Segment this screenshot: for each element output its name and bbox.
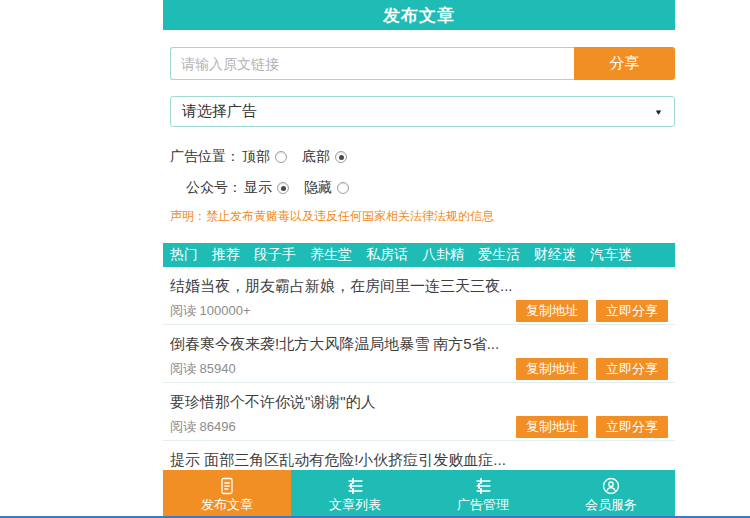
article-meta: 阅读 86496 复制地址 立即分享 [170, 416, 668, 438]
article-item: 结婚当夜，朋友霸占新娘，在房间里一连三天三夜... 阅读 100000+ 复制地… [163, 267, 675, 325]
sliders-icon [345, 476, 365, 496]
bottom-nav: 发布文章 文章列表 广告管理 [163, 470, 675, 516]
read-count: 阅读 85940 [170, 360, 236, 378]
user-icon [601, 476, 621, 496]
copy-url-button[interactable]: 复制地址 [516, 416, 588, 438]
radio-option-show[interactable]: 显示 [244, 179, 289, 197]
read-count: 阅读 86496 [170, 418, 236, 436]
category-tab-jokes[interactable]: 段子手 [254, 246, 296, 264]
nav-tab-label: 发布文章 [201, 498, 253, 512]
official-account-label: 公众号： [186, 179, 242, 197]
category-tab-finance[interactable]: 财经迷 [534, 246, 576, 264]
ad-position-label: 广告位置： [170, 148, 240, 166]
copy-url-button[interactable]: 复制地址 [516, 358, 588, 380]
app-container: 发布文章 分享 请选择广告 ▼ 广告位置： 顶部 底部 公众号： 显示 [163, 0, 675, 518]
article-title[interactable]: 提示 面部三角区乱动有危险!小伙挤痘引发败血症... [170, 452, 668, 468]
share-now-button[interactable]: 立即分享 [596, 358, 668, 380]
nav-tab-ad-management[interactable]: 广告管理 [419, 470, 547, 516]
radio-top[interactable] [275, 151, 287, 163]
category-bar: 热门 推荐 段子手 养生堂 私房话 八卦精 爱生活 财经迷 汽车迷 [163, 243, 675, 267]
link-input-row: 分享 [170, 47, 675, 80]
nav-tab-label: 广告管理 [457, 498, 509, 512]
share-button[interactable]: 分享 [574, 47, 675, 80]
document-icon [217, 476, 237, 496]
radio-option-bottom[interactable]: 底部 [302, 148, 347, 166]
nav-tab-label: 文章列表 [329, 498, 381, 512]
article-item: 倒春寒今夜来袭!北方大风降温局地暴雪 南方5省... 阅读 85940 复制地址… [163, 325, 675, 383]
chevron-down-icon: ▼ [654, 107, 663, 116]
nav-tab-member-services[interactable]: 会员服务 [547, 470, 675, 516]
ad-select-value: 请选择广告 [182, 102, 257, 121]
article-list: 结婚当夜，朋友霸占新娘，在房间里一连三天三夜... 阅读 100000+ 复制地… [163, 267, 675, 499]
read-count: 阅读 100000+ [170, 302, 251, 320]
radio-hide[interactable] [337, 182, 349, 194]
category-tab-recommend[interactable]: 推荐 [212, 246, 240, 264]
copy-url-button[interactable]: 复制地址 [516, 300, 588, 322]
article-title[interactable]: 倒春寒今夜来袭!北方大风降温局地暴雪 南方5省... [170, 336, 668, 352]
article-meta: 阅读 100000+ 复制地址 立即分享 [170, 300, 668, 322]
category-tab-private[interactable]: 私房话 [366, 246, 408, 264]
nav-tab-article-list[interactable]: 文章列表 [291, 470, 419, 516]
nav-tab-label: 会员服务 [585, 498, 637, 512]
page-title: 发布文章 [383, 4, 455, 27]
category-tab-health[interactable]: 养生堂 [310, 246, 352, 264]
nav-tab-publish-article[interactable]: 发布文章 [163, 470, 291, 516]
page: 发布文章 分享 请选择广告 ▼ 广告位置： 顶部 底部 公众号： 显示 [0, 0, 750, 518]
category-tab-hot[interactable]: 热门 [170, 246, 198, 264]
radio-option-hide[interactable]: 隐藏 [304, 179, 349, 197]
category-tab-gossip[interactable]: 八卦精 [422, 246, 464, 264]
radio-option-top[interactable]: 顶部 [242, 148, 287, 166]
sliders-icon [473, 476, 493, 496]
category-tab-auto[interactable]: 汽车迷 [590, 246, 632, 264]
official-account-radio-group: 公众号： 显示 隐藏 [186, 179, 675, 197]
article-meta: 阅读 85940 复制地址 立即分享 [170, 358, 668, 380]
article-title[interactable]: 要珍惜那个不许你说"谢谢"的人 [170, 394, 668, 410]
disclaimer-notice: 声明：禁止发布黄赌毒以及违反任何国家相关法律法规的信息 [170, 209, 668, 223]
ad-select[interactable]: 请选择广告 ▼ [170, 96, 675, 127]
category-tab-life[interactable]: 爱生活 [478, 246, 520, 264]
link-input[interactable] [170, 47, 574, 80]
share-now-button[interactable]: 立即分享 [596, 300, 668, 322]
share-now-button[interactable]: 立即分享 [596, 416, 668, 438]
ad-position-radio-group: 广告位置： 顶部 底部 [170, 148, 675, 166]
article-item: 要珍惜那个不许你说"谢谢"的人 阅读 86496 复制地址 立即分享 [163, 383, 675, 441]
radio-bottom[interactable] [335, 151, 347, 163]
app-header: 发布文章 [163, 0, 675, 30]
radio-show[interactable] [277, 182, 289, 194]
article-title[interactable]: 结婚当夜，朋友霸占新娘，在房间里一连三天三夜... [170, 278, 668, 294]
